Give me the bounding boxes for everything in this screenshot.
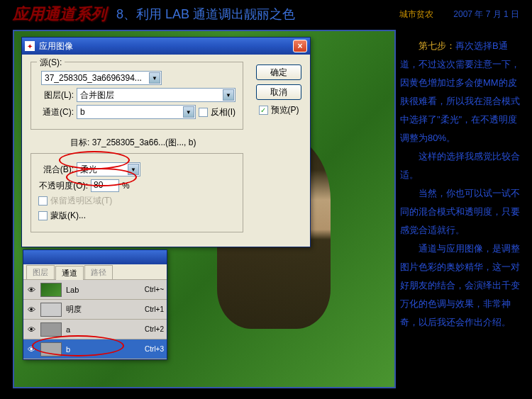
chevron-down-icon: ▼: [223, 89, 234, 101]
preview-checkbox[interactable]: ✓ 预览(P): [259, 104, 299, 116]
channel-label: 通道(C):: [38, 106, 74, 118]
cancel-button[interactable]: 取消: [256, 84, 301, 100]
eye-icon[interactable]: 👁: [26, 285, 36, 295]
preserve-checkbox: 保留透明区域(T): [38, 195, 112, 207]
source-combo[interactable]: 37_258305_3a6696394... ▼: [41, 71, 162, 85]
eye-icon[interactable]: 👁: [26, 344, 36, 354]
source-label: 源(S):: [37, 57, 65, 69]
channel-combo[interactable]: b ▼: [77, 105, 196, 119]
close-button[interactable]: ×: [293, 40, 307, 52]
author-label: 城市贫农: [399, 9, 433, 21]
chevron-down-icon: ▼: [128, 164, 139, 175]
tab-paths[interactable]: 路径: [84, 265, 113, 279]
panel-tabs: 图层 通道 路径: [23, 264, 167, 280]
checkbox-icon: [38, 196, 48, 206]
page-header: 应用通道系列 8、利用 LAB 通道调出靓丽之色 城市贫农 2007 年 7 月…: [0, 0, 532, 28]
lesson-title: 8、利用 LAB 通道调出靓丽之色: [116, 6, 295, 23]
blend-combo[interactable]: 柔光 ▼: [77, 162, 140, 176]
dialog-buttons: 确定 取消 ✓ 预览(P): [256, 64, 301, 116]
layer-label: 图层(L):: [38, 89, 74, 101]
channel-row-lightness[interactable]: 👁 明度 Ctrl+1: [23, 300, 167, 320]
checkbox-icon: ✓: [259, 106, 268, 115]
layer-combo[interactable]: 合并图层 ▼: [77, 88, 235, 102]
tutorial-text: 第七步：再次选择B通道，不过这次需要注意一下，因黄色增加过多会使MM的皮肤很难看…: [400, 37, 522, 332]
opacity-input[interactable]: 80: [91, 179, 119, 192]
blend-group: 混合(B): 柔光 ▼ 不透明度(O): 80 % 保留透明区域(T): [31, 153, 243, 232]
channel-row-lab[interactable]: 👁 Lab Ctrl+~: [23, 280, 167, 300]
channel-thumb: [40, 303, 62, 317]
dialog-titlebar[interactable]: ✦ 应用图像 ×: [22, 38, 310, 55]
checkbox-icon: [199, 108, 208, 117]
mask-checkbox[interactable]: 蒙版(K)...: [38, 210, 86, 222]
channel-list: 👁 Lab Ctrl+~ 👁 明度 Ctrl+1 👁 a Ctrl+2 👁 b …: [23, 280, 167, 359]
apply-image-dialog: ✦ 应用图像 × 确定 取消 ✓ 预览(P) 源(S): 37_258305_3…: [21, 37, 311, 247]
channel-row-b[interactable]: 👁 b Ctrl+3: [23, 339, 167, 359]
target-row: 目标: 37_258305_3a66...(图..., b): [31, 135, 301, 153]
eye-icon[interactable]: 👁: [26, 305, 36, 315]
opacity-unit: %: [122, 181, 130, 191]
tab-layers[interactable]: 图层: [26, 265, 55, 279]
channel-row-a[interactable]: 👁 a Ctrl+2: [23, 320, 167, 339]
channel-thumb: [40, 283, 62, 297]
invert-checkbox[interactable]: 反相(I): [199, 106, 235, 118]
eye-icon[interactable]: 👁: [26, 325, 36, 335]
panel-titlebar[interactable]: [23, 250, 167, 264]
date-label: 2007 年 7 月 1 日: [453, 9, 519, 21]
dialog-title: 应用图像: [39, 40, 73, 52]
channel-thumb: [40, 342, 62, 356]
checkbox-icon: [38, 211, 48, 220]
preview-label: 预览(P): [271, 104, 299, 116]
source-group: 源(S): 37_258305_3a6696394... ▼ 图层(L): 合并…: [31, 62, 243, 130]
blend-label: 混合(B):: [38, 164, 74, 176]
app-icon: ✦: [25, 41, 35, 51]
tab-channels[interactable]: 通道: [55, 266, 84, 280]
channel-thumb: [40, 322, 62, 337]
opacity-label: 不透明度(O):: [38, 180, 88, 192]
series-title: 应用通道系列: [13, 4, 106, 25]
chevron-down-icon: ▼: [149, 72, 160, 84]
channels-panel: 图层 通道 路径 👁 Lab Ctrl+~ 👁 明度 Ctrl+1 👁 a Ct…: [23, 249, 167, 360]
ok-button[interactable]: 确定: [256, 64, 301, 80]
step-label: 第七步：: [419, 40, 455, 51]
chevron-down-icon: ▼: [183, 106, 194, 118]
